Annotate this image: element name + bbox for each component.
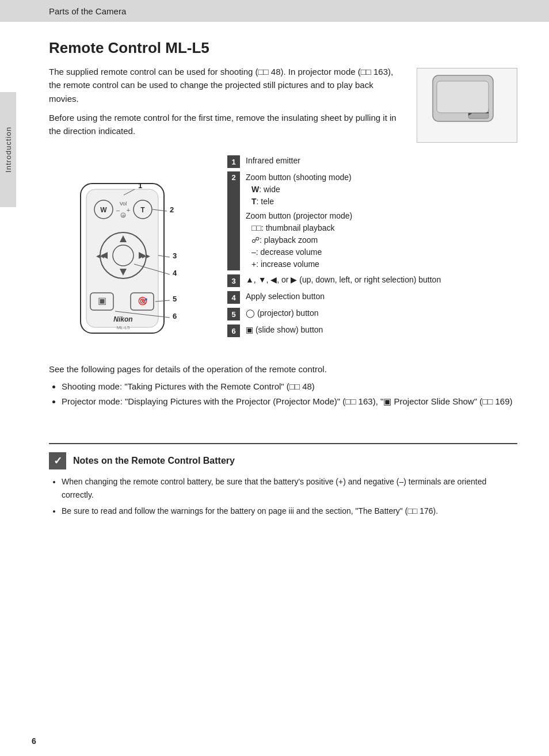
part-num-5: 5 [227, 308, 240, 320]
header-label: Parts of the Camera [49, 6, 126, 16]
following-text: See the following pages for details of t… [49, 362, 517, 376]
svg-text:Vol: Vol [120, 201, 127, 207]
part-desc-2: Zoom button (shooting mode) W: wide T: t… [246, 171, 352, 270]
notes-title-row: ✓ Notes on the Remote Control Battery [49, 452, 517, 469]
notes-bullet-1: When changing the remote control battery… [62, 475, 517, 501]
parts-list: 1 Infrared emitter 2 Zoom button (shooti… [227, 155, 517, 339]
part-num-3: 3 [227, 274, 240, 287]
intro-paragraph-1: The supplied remote control can be used … [49, 65, 399, 105]
notes-icon: ✓ [49, 452, 66, 469]
parts-list-item-4: 4 Apply selection button [227, 291, 517, 304]
svg-text:6: 6 [173, 312, 177, 320]
intro-text-block: The supplied remote control can be used … [49, 65, 399, 143]
svg-text:Nikon: Nikon [113, 315, 132, 323]
svg-text:▣: ▣ [98, 296, 106, 306]
diagram-section: W T Vol – + ⊕ [49, 155, 517, 352]
svg-text:3: 3 [173, 251, 177, 260]
svg-text:T: T [140, 206, 145, 214]
svg-text:–: – [116, 207, 120, 213]
svg-text:▶▶: ▶▶ [142, 253, 150, 259]
part-num-1: 1 [227, 155, 240, 168]
parts-list-item-6: 6 ▣ (slide show) button [227, 324, 517, 337]
side-tab-label: Introduction [4, 127, 13, 173]
part-desc-3: ▲, ▼, ◀, or ▶ (up, down, left, or right … [246, 274, 441, 286]
intro-paragraph-2: Before using the remote control for the … [49, 111, 399, 138]
header-bar: Parts of the Camera [0, 0, 549, 22]
section-title: Remote Control ML-L5 [49, 39, 517, 57]
intro-section: The supplied remote control can be used … [49, 65, 517, 143]
parts-list-item-3: 3 ▲, ▼, ◀, or ▶ (up, down, left, or righ… [227, 274, 517, 287]
svg-text:+: + [127, 207, 130, 213]
main-content: Remote Control ML-L5 The supplied remote… [0, 22, 549, 538]
notes-box: ✓ Notes on the Remote Control Battery Wh… [49, 443, 517, 517]
following-bullet-1: Shooting mode: "Taking Pictures with the… [62, 380, 517, 394]
svg-text:ML-L5: ML-L5 [117, 325, 130, 330]
svg-text:⊙: ⊙ [140, 298, 144, 304]
svg-text:W: W [100, 206, 107, 214]
remote-svg [422, 72, 512, 139]
remote-diagram: W T Vol – + ⊕ [49, 155, 210, 352]
page-number: 6 [32, 736, 36, 746]
part-desc-6: ▣ (slide show) button [246, 324, 323, 336]
svg-text:4: 4 [173, 269, 177, 277]
notes-bullet-2: Be sure to read and follow the warnings … [62, 505, 517, 517]
notes-title: Notes on the Remote Control Battery [73, 456, 235, 466]
following-bullets: Shooting mode: "Taking Pictures with the… [62, 380, 517, 408]
part-desc-5: ◯ (projector) button [246, 307, 319, 319]
part-desc-4: Apply selection button [246, 291, 325, 303]
parts-list-item-5: 5 ◯ (projector) button [227, 307, 517, 320]
svg-text:5: 5 [173, 295, 177, 303]
svg-text:2: 2 [170, 205, 174, 214]
part-num-2: 2 [227, 171, 240, 270]
parts-list-item-1: 1 Infrared emitter [227, 155, 517, 168]
part-num-6: 6 [227, 324, 240, 337]
svg-text:⊕: ⊕ [121, 213, 125, 219]
following-bullet-2: Projector mode: "Displaying Pictures wit… [62, 395, 517, 408]
remote-top-image [417, 68, 517, 143]
svg-text:◀◀: ◀◀ [96, 253, 104, 259]
remote-diagram-svg: W T Vol – + ⊕ [49, 155, 204, 350]
parts-list-item-2: 2 Zoom button (shooting mode) W: wide T:… [227, 171, 517, 270]
part-num-4: 4 [227, 291, 240, 304]
svg-text:1: 1 [138, 181, 142, 190]
part-desc-1: Infrared emitter [246, 155, 300, 167]
notes-bullets: When changing the remote control battery… [62, 475, 517, 517]
svg-rect-4 [437, 81, 489, 113]
side-tab: Introduction [0, 92, 16, 207]
